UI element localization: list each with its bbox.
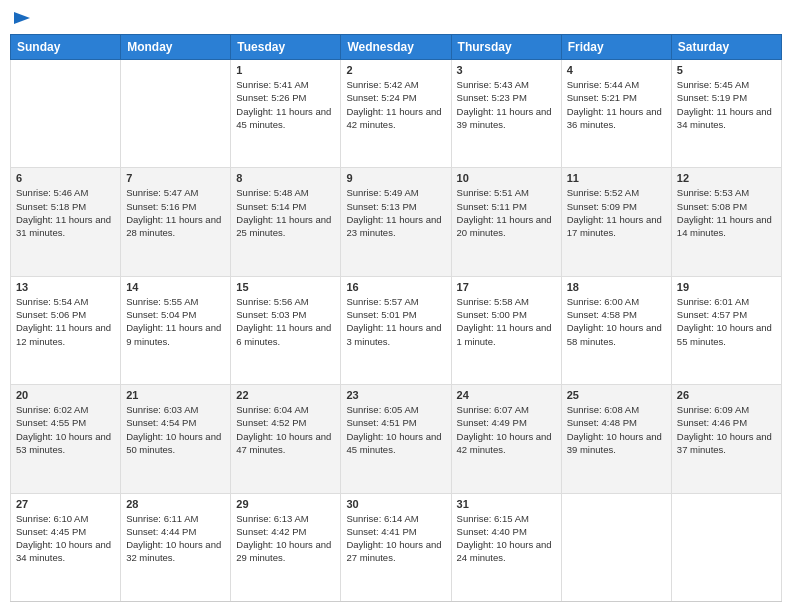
calendar-day-cell: 22Sunrise: 6:04 AM Sunset: 4:52 PM Dayli… bbox=[231, 385, 341, 493]
calendar-day-cell: 10Sunrise: 5:51 AM Sunset: 5:11 PM Dayli… bbox=[451, 168, 561, 276]
day-info: Sunrise: 5:52 AM Sunset: 5:09 PM Dayligh… bbox=[567, 186, 666, 239]
day-info: Sunrise: 5:48 AM Sunset: 5:14 PM Dayligh… bbox=[236, 186, 335, 239]
calendar-day-cell: 13Sunrise: 5:54 AM Sunset: 5:06 PM Dayli… bbox=[11, 276, 121, 384]
day-info: Sunrise: 6:00 AM Sunset: 4:58 PM Dayligh… bbox=[567, 295, 666, 348]
day-info: Sunrise: 6:13 AM Sunset: 4:42 PM Dayligh… bbox=[236, 512, 335, 565]
day-info: Sunrise: 5:53 AM Sunset: 5:08 PM Dayligh… bbox=[677, 186, 776, 239]
calendar-day-cell: 9Sunrise: 5:49 AM Sunset: 5:13 PM Daylig… bbox=[341, 168, 451, 276]
calendar-day-cell bbox=[121, 60, 231, 168]
calendar-week-row: 20Sunrise: 6:02 AM Sunset: 4:55 PM Dayli… bbox=[11, 385, 782, 493]
calendar-day-cell: 26Sunrise: 6:09 AM Sunset: 4:46 PM Dayli… bbox=[671, 385, 781, 493]
calendar-week-row: 27Sunrise: 6:10 AM Sunset: 4:45 PM Dayli… bbox=[11, 493, 782, 601]
calendar-day-cell: 17Sunrise: 5:58 AM Sunset: 5:00 PM Dayli… bbox=[451, 276, 561, 384]
calendar-day-header: Saturday bbox=[671, 35, 781, 60]
day-number: 14 bbox=[126, 281, 225, 293]
day-number: 21 bbox=[126, 389, 225, 401]
calendar-day-cell: 16Sunrise: 5:57 AM Sunset: 5:01 PM Dayli… bbox=[341, 276, 451, 384]
calendar-day-cell: 31Sunrise: 6:15 AM Sunset: 4:40 PM Dayli… bbox=[451, 493, 561, 601]
day-number: 29 bbox=[236, 498, 335, 510]
day-info: Sunrise: 5:41 AM Sunset: 5:26 PM Dayligh… bbox=[236, 78, 335, 131]
calendar-table: SundayMondayTuesdayWednesdayThursdayFrid… bbox=[10, 34, 782, 602]
day-number: 24 bbox=[457, 389, 556, 401]
day-info: Sunrise: 6:04 AM Sunset: 4:52 PM Dayligh… bbox=[236, 403, 335, 456]
day-number: 27 bbox=[16, 498, 115, 510]
calendar-day-cell: 19Sunrise: 6:01 AM Sunset: 4:57 PM Dayli… bbox=[671, 276, 781, 384]
day-info: Sunrise: 5:56 AM Sunset: 5:03 PM Dayligh… bbox=[236, 295, 335, 348]
calendar-day-cell: 11Sunrise: 5:52 AM Sunset: 5:09 PM Dayli… bbox=[561, 168, 671, 276]
calendar-day-cell: 4Sunrise: 5:44 AM Sunset: 5:21 PM Daylig… bbox=[561, 60, 671, 168]
calendar-day-cell: 28Sunrise: 6:11 AM Sunset: 4:44 PM Dayli… bbox=[121, 493, 231, 601]
calendar-week-row: 6Sunrise: 5:46 AM Sunset: 5:18 PM Daylig… bbox=[11, 168, 782, 276]
day-number: 1 bbox=[236, 64, 335, 76]
calendar-day-cell: 30Sunrise: 6:14 AM Sunset: 4:41 PM Dayli… bbox=[341, 493, 451, 601]
calendar-day-cell: 23Sunrise: 6:05 AM Sunset: 4:51 PM Dayli… bbox=[341, 385, 451, 493]
calendar-day-cell: 29Sunrise: 6:13 AM Sunset: 4:42 PM Dayli… bbox=[231, 493, 341, 601]
day-info: Sunrise: 6:10 AM Sunset: 4:45 PM Dayligh… bbox=[16, 512, 115, 565]
calendar-day-cell: 21Sunrise: 6:03 AM Sunset: 4:54 PM Dayli… bbox=[121, 385, 231, 493]
calendar-week-row: 1Sunrise: 5:41 AM Sunset: 5:26 PM Daylig… bbox=[11, 60, 782, 168]
calendar-day-header: Monday bbox=[121, 35, 231, 60]
day-number: 2 bbox=[346, 64, 445, 76]
day-number: 19 bbox=[677, 281, 776, 293]
day-number: 23 bbox=[346, 389, 445, 401]
day-number: 3 bbox=[457, 64, 556, 76]
day-info: Sunrise: 6:07 AM Sunset: 4:49 PM Dayligh… bbox=[457, 403, 556, 456]
day-number: 9 bbox=[346, 172, 445, 184]
calendar-day-cell: 5Sunrise: 5:45 AM Sunset: 5:19 PM Daylig… bbox=[671, 60, 781, 168]
day-info: Sunrise: 6:01 AM Sunset: 4:57 PM Dayligh… bbox=[677, 295, 776, 348]
day-number: 18 bbox=[567, 281, 666, 293]
day-number: 12 bbox=[677, 172, 776, 184]
calendar-day-cell: 14Sunrise: 5:55 AM Sunset: 5:04 PM Dayli… bbox=[121, 276, 231, 384]
calendar-day-header: Tuesday bbox=[231, 35, 341, 60]
day-number: 28 bbox=[126, 498, 225, 510]
logo bbox=[10, 10, 32, 26]
calendar-day-cell: 6Sunrise: 5:46 AM Sunset: 5:18 PM Daylig… bbox=[11, 168, 121, 276]
day-number: 4 bbox=[567, 64, 666, 76]
calendar-header-row: SundayMondayTuesdayWednesdayThursdayFrid… bbox=[11, 35, 782, 60]
calendar-day-header: Thursday bbox=[451, 35, 561, 60]
calendar-day-cell: 7Sunrise: 5:47 AM Sunset: 5:16 PM Daylig… bbox=[121, 168, 231, 276]
calendar-day-cell bbox=[11, 60, 121, 168]
svg-marker-0 bbox=[14, 12, 30, 24]
day-info: Sunrise: 5:42 AM Sunset: 5:24 PM Dayligh… bbox=[346, 78, 445, 131]
day-number: 11 bbox=[567, 172, 666, 184]
calendar-day-cell: 24Sunrise: 6:07 AM Sunset: 4:49 PM Dayli… bbox=[451, 385, 561, 493]
calendar-day-header: Wednesday bbox=[341, 35, 451, 60]
calendar-day-cell: 25Sunrise: 6:08 AM Sunset: 4:48 PM Dayli… bbox=[561, 385, 671, 493]
day-number: 25 bbox=[567, 389, 666, 401]
day-number: 8 bbox=[236, 172, 335, 184]
day-info: Sunrise: 5:43 AM Sunset: 5:23 PM Dayligh… bbox=[457, 78, 556, 131]
day-info: Sunrise: 5:49 AM Sunset: 5:13 PM Dayligh… bbox=[346, 186, 445, 239]
calendar-day-cell: 2Sunrise: 5:42 AM Sunset: 5:24 PM Daylig… bbox=[341, 60, 451, 168]
day-info: Sunrise: 6:08 AM Sunset: 4:48 PM Dayligh… bbox=[567, 403, 666, 456]
day-info: Sunrise: 6:05 AM Sunset: 4:51 PM Dayligh… bbox=[346, 403, 445, 456]
day-info: Sunrise: 6:03 AM Sunset: 4:54 PM Dayligh… bbox=[126, 403, 225, 456]
day-info: Sunrise: 5:58 AM Sunset: 5:00 PM Dayligh… bbox=[457, 295, 556, 348]
calendar-day-cell bbox=[671, 493, 781, 601]
calendar-day-cell: 18Sunrise: 6:00 AM Sunset: 4:58 PM Dayli… bbox=[561, 276, 671, 384]
page-header bbox=[10, 10, 782, 26]
calendar-day-header: Sunday bbox=[11, 35, 121, 60]
day-number: 13 bbox=[16, 281, 115, 293]
logo-flag-icon bbox=[12, 10, 32, 30]
day-number: 15 bbox=[236, 281, 335, 293]
calendar-day-cell bbox=[561, 493, 671, 601]
day-number: 6 bbox=[16, 172, 115, 184]
day-info: Sunrise: 6:14 AM Sunset: 4:41 PM Dayligh… bbox=[346, 512, 445, 565]
calendar-day-cell: 8Sunrise: 5:48 AM Sunset: 5:14 PM Daylig… bbox=[231, 168, 341, 276]
calendar-day-cell: 27Sunrise: 6:10 AM Sunset: 4:45 PM Dayli… bbox=[11, 493, 121, 601]
day-info: Sunrise: 6:11 AM Sunset: 4:44 PM Dayligh… bbox=[126, 512, 225, 565]
day-number: 30 bbox=[346, 498, 445, 510]
calendar-day-cell: 3Sunrise: 5:43 AM Sunset: 5:23 PM Daylig… bbox=[451, 60, 561, 168]
day-info: Sunrise: 5:44 AM Sunset: 5:21 PM Dayligh… bbox=[567, 78, 666, 131]
day-info: Sunrise: 5:54 AM Sunset: 5:06 PM Dayligh… bbox=[16, 295, 115, 348]
day-info: Sunrise: 6:02 AM Sunset: 4:55 PM Dayligh… bbox=[16, 403, 115, 456]
day-number: 26 bbox=[677, 389, 776, 401]
day-info: Sunrise: 5:47 AM Sunset: 5:16 PM Dayligh… bbox=[126, 186, 225, 239]
calendar-day-cell: 20Sunrise: 6:02 AM Sunset: 4:55 PM Dayli… bbox=[11, 385, 121, 493]
day-info: Sunrise: 6:09 AM Sunset: 4:46 PM Dayligh… bbox=[677, 403, 776, 456]
day-info: Sunrise: 5:57 AM Sunset: 5:01 PM Dayligh… bbox=[346, 295, 445, 348]
calendar-day-cell: 12Sunrise: 5:53 AM Sunset: 5:08 PM Dayli… bbox=[671, 168, 781, 276]
calendar-day-cell: 15Sunrise: 5:56 AM Sunset: 5:03 PM Dayli… bbox=[231, 276, 341, 384]
day-info: Sunrise: 5:45 AM Sunset: 5:19 PM Dayligh… bbox=[677, 78, 776, 131]
